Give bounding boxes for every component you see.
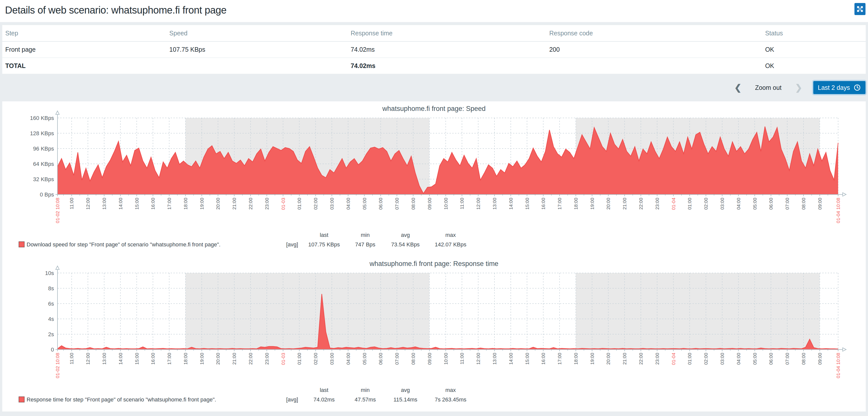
svg-text:min: min xyxy=(361,387,370,393)
svg-text:01-02 10:08: 01-02 10:08 xyxy=(55,353,60,378)
svg-text:07:00: 07:00 xyxy=(394,353,400,365)
svg-text:11:00: 11:00 xyxy=(459,353,465,364)
col-header-status: Status xyxy=(762,25,866,41)
cell-speed: 107.75 KBps xyxy=(166,41,348,58)
page-title: Details of web scenario: whatsuphome.fi … xyxy=(5,0,226,22)
svg-text:03:00: 03:00 xyxy=(329,198,335,210)
svg-text:01-04 10:08: 01-04 10:08 xyxy=(836,353,841,378)
svg-text:96 KBps: 96 KBps xyxy=(33,146,54,152)
svg-text:01:00: 01:00 xyxy=(297,353,302,365)
time-shift-forward-button[interactable]: ❯ xyxy=(794,83,804,92)
status-badge: OK xyxy=(762,41,866,58)
svg-text:01-04: 01-04 xyxy=(671,198,676,210)
svg-text:0: 0 xyxy=(51,347,54,353)
svg-text:05:00: 05:00 xyxy=(752,353,757,365)
legend-swatch xyxy=(19,397,24,402)
svg-text:01:00: 01:00 xyxy=(687,353,692,365)
clock-icon xyxy=(854,84,861,91)
svg-text:02:00: 02:00 xyxy=(703,198,709,210)
svg-text:05:00: 05:00 xyxy=(362,353,367,365)
svg-text:13:00: 13:00 xyxy=(102,198,107,210)
legend-swatch xyxy=(19,242,24,247)
cell-step: Front page xyxy=(2,41,166,58)
time-range-button[interactable]: Last 2 days xyxy=(813,81,866,94)
svg-text:Response time for step "Front: Response time for step "Front page" of s… xyxy=(27,396,216,403)
kiosk-mode-button[interactable] xyxy=(855,3,866,15)
svg-text:10s: 10s xyxy=(45,270,54,276)
cell-step-total: TOTAL xyxy=(2,58,166,74)
svg-text:max: max xyxy=(445,387,456,393)
x-axis-arrow xyxy=(843,193,846,196)
svg-text:32 KBps: 32 KBps xyxy=(33,176,54,183)
charts-panel: 160 KBps128 KBps96 KBps64 KBps32 KBps0 B… xyxy=(2,101,866,412)
svg-text:12:00: 12:00 xyxy=(85,353,91,365)
svg-text:17:00: 17:00 xyxy=(557,353,562,365)
svg-text:13:00: 13:00 xyxy=(492,353,497,365)
zoom-out-button[interactable]: Zoom out xyxy=(752,84,784,91)
svg-text:19:00: 19:00 xyxy=(590,353,595,365)
offhour-bands xyxy=(186,273,820,350)
svg-text:6s: 6s xyxy=(48,300,54,307)
x-tick-labels: 01-02 10:0811:0012:0013:0014:0015:0016:0… xyxy=(55,198,841,223)
response-time-chart-block: 10s8s6s4s2s001-02 10:0811:0012:0013:0014… xyxy=(2,256,866,412)
y-tick-labels: 160 KBps128 KBps96 KBps64 KBps32 KBps0 B… xyxy=(30,115,54,198)
svg-text:10:00: 10:00 xyxy=(443,353,448,365)
svg-text:Download speed for step "Front: Download speed for step "Front page" of … xyxy=(27,242,220,248)
svg-text:15:00: 15:00 xyxy=(134,198,140,210)
svg-text:12:00: 12:00 xyxy=(476,198,481,210)
svg-text:12:00: 12:00 xyxy=(476,353,481,365)
svg-text:12:00: 12:00 xyxy=(85,198,91,210)
svg-text:11:00: 11:00 xyxy=(69,198,74,209)
svg-text:01-04 10:08: 01-04 10:08 xyxy=(836,198,841,223)
svg-text:0 Bps: 0 Bps xyxy=(40,191,54,198)
svg-text:09:00: 09:00 xyxy=(817,198,823,210)
svg-text:22:00: 22:00 xyxy=(248,353,253,365)
page-header: Details of web scenario: whatsuphome.fi … xyxy=(0,0,868,22)
svg-text:107.75 KBps: 107.75 KBps xyxy=(308,242,340,248)
svg-text:avg: avg xyxy=(401,232,410,238)
svg-text:4s: 4s xyxy=(48,316,54,322)
svg-text:16:00: 16:00 xyxy=(541,198,546,210)
svg-text:17:00: 17:00 xyxy=(557,198,562,210)
svg-text:21:00: 21:00 xyxy=(622,198,627,210)
svg-text:05:00: 05:00 xyxy=(362,198,367,210)
svg-text:last: last xyxy=(320,387,328,393)
x-axis-arrow xyxy=(843,348,846,351)
response-time-chart[interactable]: 10s8s6s4s2s001-02 10:0811:0012:0013:0014… xyxy=(2,256,866,412)
response-time-chart-title: whatsuphome.fi front page: Response time xyxy=(2,260,866,268)
speed-chart[interactable]: 160 KBps128 KBps96 KBps64 KBps32 KBps0 B… xyxy=(2,101,866,256)
svg-text:19:00: 19:00 xyxy=(199,198,205,210)
table-header-row: Step Speed Response time Response code S… xyxy=(2,25,866,41)
svg-text:16:00: 16:00 xyxy=(150,353,156,365)
svg-text:08:00: 08:00 xyxy=(411,353,416,365)
svg-text:23:00: 23:00 xyxy=(655,198,660,210)
col-header-step: Step xyxy=(2,25,166,41)
svg-text:05:00: 05:00 xyxy=(752,198,757,210)
legend: lastminavgmaxDownload speed for step "Fr… xyxy=(19,232,466,248)
svg-text:19:00: 19:00 xyxy=(590,198,595,210)
svg-text:11:00: 11:00 xyxy=(459,198,465,209)
cell-speed-total xyxy=(166,58,348,74)
svg-text:160 KBps: 160 KBps xyxy=(30,115,54,121)
svg-text:04:00: 04:00 xyxy=(736,353,741,365)
time-shift-back-button[interactable]: ❮ xyxy=(733,83,743,92)
svg-text:73.54 KBps: 73.54 KBps xyxy=(391,242,420,248)
cell-response-time: 74.02ms xyxy=(348,41,546,58)
svg-text:07:00: 07:00 xyxy=(785,353,790,365)
svg-text:07:00: 07:00 xyxy=(785,198,790,210)
svg-text:18:00: 18:00 xyxy=(573,198,579,210)
col-header-speed: Speed xyxy=(166,25,348,41)
svg-text:747 Bps: 747 Bps xyxy=(355,242,375,248)
svg-text:06:00: 06:00 xyxy=(768,353,774,365)
svg-text:8s: 8s xyxy=(48,285,54,292)
svg-text:02:00: 02:00 xyxy=(313,353,318,365)
svg-text:last: last xyxy=(320,232,328,238)
speed-chart-block: 160 KBps128 KBps96 KBps64 KBps32 KBps0 B… xyxy=(2,101,866,256)
svg-text:01:00: 01:00 xyxy=(297,198,302,210)
cell-response-code-total xyxy=(546,58,762,74)
svg-text:06:00: 06:00 xyxy=(378,353,383,365)
svg-text:01-03: 01-03 xyxy=(281,198,286,210)
svg-text:17:00: 17:00 xyxy=(167,353,172,365)
svg-text:04:00: 04:00 xyxy=(346,353,351,365)
svg-text:23:00: 23:00 xyxy=(264,198,270,210)
